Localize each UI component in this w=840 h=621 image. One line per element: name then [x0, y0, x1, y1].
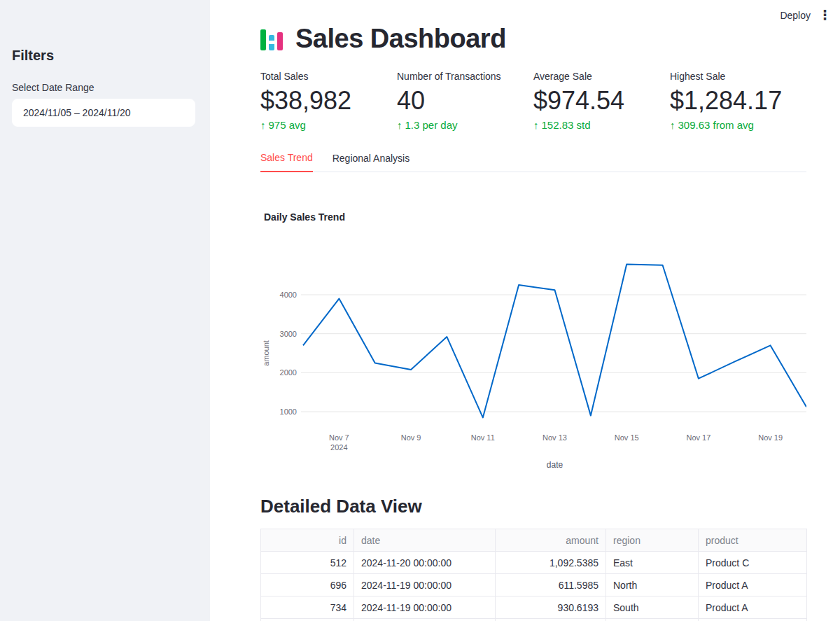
- x-tick-label: Nov 11: [471, 433, 495, 442]
- table-cell: Product A: [699, 574, 807, 596]
- y-tick-label: 2000: [280, 369, 297, 377]
- table-header-region[interactable]: region: [606, 529, 699, 552]
- y-axis-label: amount: [262, 341, 270, 367]
- table-cell: Product A: [699, 596, 807, 619]
- sidebar-title: Filters: [12, 48, 198, 64]
- table-cell: East: [606, 552, 699, 574]
- table-cell: 696: [261, 574, 354, 596]
- metric-delta-text: 1.3 per day: [405, 119, 458, 131]
- up-arrow-icon: ↑: [260, 119, 266, 131]
- table-cell: 2024-11-20 00:00:00: [354, 552, 496, 574]
- page-title: Sales Dashboard: [295, 24, 506, 54]
- metric-label: Total Sales: [260, 71, 397, 82]
- metric-delta: ↑ 1.3 per day: [397, 119, 533, 131]
- sales-trend-panel: Daily Sales Trend 1000200030004000amount…: [260, 211, 806, 476]
- table-row: 6962024-11-19 00:00:00611.5985NorthProdu…: [261, 574, 807, 596]
- x-tick-label: Nov 7: [329, 433, 349, 442]
- page-header: Sales Dashboard: [260, 24, 806, 54]
- table-cell: 734: [261, 596, 354, 619]
- metric-delta: ↑ 152.83 std: [533, 119, 670, 131]
- table-row: 5122024-11-20 00:00:001,092.5385EastProd…: [261, 552, 807, 574]
- y-tick-label: 4000: [280, 291, 297, 299]
- metric-average-sale: Average Sale $974.54 ↑ 152.83 std: [533, 71, 670, 131]
- table-cell: 2024-11-19 00:00:00: [354, 574, 496, 596]
- detailed-data-table: iddateamountregionproduct 5122024-11-20 …: [260, 529, 807, 621]
- table-cell: North: [606, 574, 699, 596]
- table-header-date[interactable]: date: [354, 529, 496, 552]
- x-tick-label: Nov 19: [758, 433, 783, 442]
- daily-sales-line-chart: 1000200030004000amountNov 72024Nov 9Nov …: [260, 231, 806, 476]
- metric-value: $38,982: [260, 86, 397, 115]
- tab-regional-analysis[interactable]: Regional Analysis: [332, 148, 410, 172]
- x-tick-label: Nov 15: [615, 433, 639, 442]
- metric-delta-text: 152.83 std: [542, 119, 591, 131]
- table-cell: 1,092.5385: [496, 552, 606, 574]
- table-header-id[interactable]: id: [261, 529, 354, 552]
- table-cell: 512: [261, 552, 354, 574]
- date-range-input[interactable]: [12, 99, 195, 127]
- metric-total-sales: Total Sales $38,982 ↑ 975 avg: [260, 71, 397, 131]
- tab-bar: Sales Trend Regional Analysis: [260, 148, 806, 172]
- table-row: 7342024-11-19 00:00:00930.6193SouthProdu…: [261, 596, 807, 619]
- metric-label: Average Sale: [533, 71, 670, 82]
- metrics-row: Total Sales $38,982 ↑ 975 avg Number of …: [260, 71, 806, 131]
- table-header-row: iddateamountregionproduct: [261, 529, 807, 552]
- metric-delta: ↑ 309.63 from avg: [670, 119, 806, 131]
- metric-highest-sale: Highest Sale $1,284.17 ↑ 309.63 from avg: [670, 71, 806, 131]
- chart-title: Daily Sales Trend: [264, 211, 806, 223]
- table-header-product[interactable]: product: [699, 529, 807, 552]
- tab-sales-trend[interactable]: Sales Trend: [260, 148, 313, 172]
- table-cell: 930.6193: [496, 596, 606, 619]
- x-tick-label: Nov 13: [542, 433, 567, 442]
- x-tick-label: Nov 9: [401, 433, 421, 442]
- x-axis-label: date: [547, 460, 564, 470]
- metric-value: $1,284.17: [670, 86, 806, 115]
- table-cell: 611.5985: [496, 574, 606, 596]
- up-arrow-icon: ↑: [397, 119, 402, 131]
- x-tick-label: Nov 17: [686, 433, 710, 442]
- metric-delta: ↑ 975 avg: [260, 119, 397, 131]
- metric-value: $974.54: [533, 86, 670, 115]
- metric-delta-text: 975 avg: [269, 119, 306, 131]
- x-tick-label: 2024: [330, 443, 347, 452]
- sales-trend-line: [303, 265, 806, 418]
- metric-label: Number of Transactions: [397, 71, 533, 82]
- y-tick-label: 1000: [280, 407, 297, 416]
- y-tick-label: 3000: [280, 330, 297, 338]
- up-arrow-icon: ↑: [670, 119, 676, 131]
- table-cell: South: [606, 596, 699, 619]
- table-cell: Product C: [699, 552, 807, 574]
- bar-chart-icon: [260, 28, 284, 50]
- date-range-label: Select Date Range: [12, 82, 198, 93]
- metric-label: Highest Sale: [670, 71, 806, 82]
- table-cell: 2024-11-19 00:00:00: [354, 596, 496, 619]
- up-arrow-icon: ↑: [533, 119, 539, 131]
- metric-transactions: Number of Transactions 40 ↑ 1.3 per day: [397, 71, 533, 131]
- table-header-amount[interactable]: amount: [496, 529, 606, 552]
- metric-value: 40: [397, 86, 533, 115]
- table-title: Detailed Data View: [260, 496, 806, 517]
- main-content: Sales Dashboard Total Sales $38,982 ↑ 97…: [210, 0, 840, 621]
- sidebar: Filters Select Date Range: [0, 0, 210, 621]
- metric-delta-text: 309.63 from avg: [678, 119, 754, 131]
